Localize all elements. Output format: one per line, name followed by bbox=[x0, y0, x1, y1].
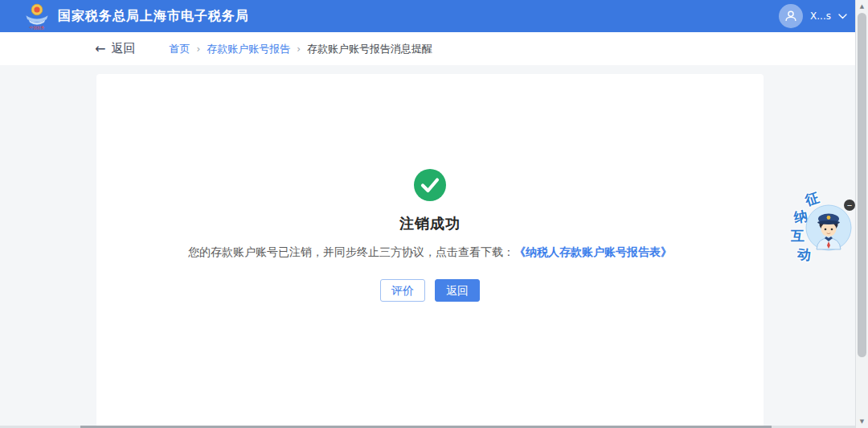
tax-interaction-widget[interactable]: 征 纳 互 动 bbox=[791, 187, 855, 261]
return-button[interactable]: 返回 bbox=[435, 279, 480, 302]
success-check-icon bbox=[414, 169, 446, 201]
tax-bureau-logo-icon: 中国税务 bbox=[24, 2, 50, 30]
result-message-text: 您的存款账户账号已注销，并同步终止三方协议，点击查看下载： bbox=[188, 245, 514, 258]
breadcrumb-separator: › bbox=[297, 43, 301, 55]
action-buttons: 评价 返回 bbox=[380, 279, 480, 302]
breadcrumb-separator: › bbox=[196, 43, 200, 55]
username: X...s bbox=[810, 10, 831, 22]
result-title: 注销成功 bbox=[399, 214, 461, 233]
evaluate-button[interactable]: 评价 bbox=[380, 279, 425, 302]
app-title: 国家税务总局上海市电子税务局 bbox=[58, 8, 249, 25]
breadcrumb-current-page: 存款账户账号报告消息提醒 bbox=[307, 42, 432, 56]
result-card: 注销成功 您的存款账户账号已注销，并同步终止三方协议，点击查看下载：《纳税人存款… bbox=[96, 74, 764, 428]
breadcrumb: 首页 › 存款账户账号报告 › 存款账户账号报告消息提醒 bbox=[169, 42, 432, 56]
widget-minimize-button[interactable]: − bbox=[844, 200, 855, 211]
vertical-scrollbar-thumb[interactable] bbox=[858, 13, 866, 357]
user-avatar-icon bbox=[779, 4, 803, 28]
scroll-up-icon[interactable]: ▲ bbox=[856, 3, 868, 10]
download-report-link[interactable]: 《纳税人存款账户账号报告表》 bbox=[514, 245, 672, 258]
page: 中国税务 国家税务总局上海市电子税务局 X...s ← 返回 首页 › 存款账户… bbox=[0, 0, 868, 428]
user-menu[interactable]: X...s bbox=[779, 0, 847, 32]
back-button[interactable]: ← 返回 bbox=[95, 41, 135, 56]
app-header: 中国税务 国家税务总局上海市电子税务局 X...s bbox=[0, 0, 868, 32]
widget-char: 互 bbox=[791, 227, 805, 245]
logo-text: 中国税务 bbox=[29, 26, 44, 30]
scroll-down-icon[interactable]: ▼ bbox=[856, 418, 868, 425]
tax-officer-mascot-icon bbox=[805, 204, 852, 251]
breadcrumb-home[interactable]: 首页 bbox=[169, 42, 190, 56]
back-arrow-icon: ← bbox=[95, 43, 105, 56]
vertical-scrollbar[interactable]: ▲ ▼ bbox=[855, 0, 868, 428]
subnav-bar: ← 返回 首页 › 存款账户账号报告 › 存款账户账号报告消息提醒 bbox=[0, 32, 868, 65]
chevron-down-icon bbox=[838, 14, 847, 19]
result-message: 您的存款账户账号已注销，并同步终止三方协议，点击查看下载：《纳税人存款账户账号报… bbox=[188, 245, 672, 260]
breadcrumb-deposit-report[interactable]: 存款账户账号报告 bbox=[207, 42, 290, 56]
back-button-label: 返回 bbox=[111, 41, 135, 56]
